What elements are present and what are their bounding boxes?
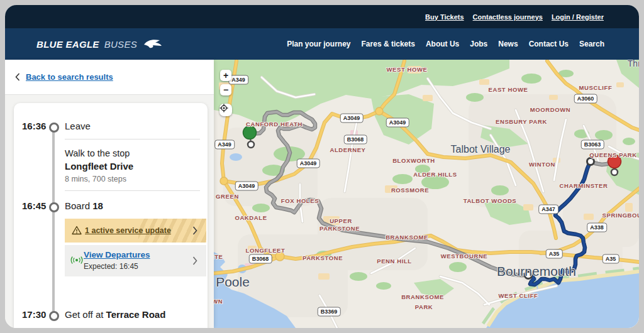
timeline-line: [52, 126, 55, 314]
board-route-number: 18: [92, 200, 103, 211]
road-badge: A3049: [297, 159, 320, 168]
road-badge: B3369: [318, 307, 341, 317]
map-area-label: PARKSTONE: [303, 254, 343, 261]
brand-logo[interactable]: BLUE EAGLE BUSES: [36, 38, 162, 50]
itinerary-panel: Back to search results 16:36 Leave Walk …: [5, 60, 214, 328]
map-area-label: TALBOT WOODS: [464, 197, 517, 204]
toplink-contactless-journeys[interactable]: Contactless journeys: [473, 13, 543, 21]
back-to-search-link[interactable]: Back to search results: [26, 72, 113, 82]
map-canvas[interactable]: WEST HOWECANFORD HEATHALDERNEYBLOXWORTHA…: [214, 60, 639, 328]
back-chevron-icon: [15, 73, 20, 81]
panel-header: Back to search results: [5, 60, 214, 95]
warning-icon: [72, 226, 82, 237]
main-nav-items: Plan your journeyFares & ticketsAbout Us…: [287, 40, 604, 48]
timeline-dot-getoff: [49, 311, 59, 321]
nav-item-jobs[interactable]: Jobs: [470, 40, 487, 48]
board-time: 16:45: [22, 200, 46, 211]
map-area-label: WINTON: [529, 161, 555, 168]
map-area-label: STERTE: [214, 253, 223, 260]
chevron-right-icon: [192, 256, 197, 268]
expected-time: Expected: 16:45: [84, 262, 138, 271]
map-area-label: BRANKSOME: [401, 293, 444, 300]
road-badge: A338: [587, 223, 607, 232]
leave-time: 16:36: [22, 121, 46, 131]
map-area-label: LONGFLEET: [246, 247, 286, 254]
timeline-dot-leave: [49, 123, 59, 133]
map-area-label: FOX HOLES: [281, 197, 319, 204]
getoff-stop-name: Terrace Road: [106, 309, 166, 320]
map-area-label: ENSBURY PARK: [496, 118, 547, 125]
map-area-label: PARK: [415, 303, 433, 310]
timeline-dot-board: [49, 202, 59, 212]
map-area-label: WEST HOWE: [386, 66, 427, 73]
getoff-prefix: Get off at: [65, 309, 106, 320]
zoom-in-button[interactable]: +: [220, 70, 231, 81]
locate-button[interactable]: [219, 104, 232, 116]
board-prefix: Board: [65, 200, 92, 211]
road-badge: B3068: [249, 254, 272, 264]
map-area-label: SPRINGBOURNE: [602, 212, 639, 219]
road-badge: A349: [214, 140, 235, 150]
road-badge: B3068: [344, 135, 367, 145]
service-update-link[interactable]: 1 active service update: [85, 226, 171, 235]
divider: [65, 190, 200, 191]
leave-label: Leave: [65, 121, 91, 131]
divider: [65, 139, 200, 139]
content: Back to search results 16:36 Leave Walk …: [5, 60, 639, 328]
view-departures-link[interactable]: View Departures: [84, 250, 150, 259]
nav-item-fares-tickets[interactable]: Fares & tickets: [362, 40, 415, 48]
walk-meta: 8 mins, 700 steps: [65, 175, 126, 183]
getoff-time: 17:30: [22, 309, 46, 320]
road-badge: B3063: [581, 140, 604, 150]
walk-stop-name: Longfleet Drive: [65, 161, 133, 172]
getoff-label: Get off at Terrace Road: [65, 309, 165, 320]
page: Buy TicketsContactless journeysLogin / R…: [5, 5, 639, 328]
toplink-buy-tickets[interactable]: Buy Tickets: [425, 13, 464, 21]
map-area-label: WESTBOURNE: [441, 253, 488, 259]
road-badge: A3049: [235, 182, 258, 191]
eagle-icon: [143, 38, 162, 50]
map-town-label: Bournemouth: [497, 264, 576, 279]
map-town-label: Throop: [628, 60, 639, 68]
nav-item-search[interactable]: Search: [579, 40, 604, 48]
board-label: Board 18: [65, 200, 103, 211]
road-badge: A3060: [574, 94, 597, 104]
road-badge: A3049: [340, 114, 364, 123]
map-area-label: PENN HILL: [377, 258, 412, 265]
nav-item-plan-your-journey[interactable]: Plan your journey: [287, 40, 350, 48]
map-area-label: UPPER: [330, 217, 352, 224]
map-area-label: OLD TOWN: [214, 298, 223, 305]
toplink-login-register[interactable]: Login / Register: [552, 13, 604, 21]
map-area-label: CHARMINSTER: [560, 182, 608, 189]
road-badge: A35: [602, 254, 619, 264]
map-area-label: ROSSMORE: [391, 187, 429, 194]
departures-box[interactable]: View Departures Expected: 16:45: [65, 245, 206, 276]
map-area-label: BLOXWORTH: [392, 157, 435, 164]
map-area-label: EAST HOWE: [489, 86, 528, 93]
map-town-label: Talbot Village: [451, 144, 511, 155]
map-area-label: CANFORD HEATH: [246, 121, 303, 128]
service-update-banner[interactable]: 1 active service update: [65, 219, 206, 243]
map-area-label: ALDERNEY: [330, 146, 365, 153]
map-area-label: ALDER HILLS: [413, 171, 457, 178]
map-labels: WEST HOWECANFORD HEATHALDERNEYBLOXWORTHA…: [214, 60, 639, 328]
map-town-label: Poole: [216, 275, 250, 290]
main-navbar: BLUE EAGLE BUSES Plan your journeyFares …: [5, 28, 639, 60]
brand-secondary: BUSES: [104, 39, 137, 50]
journey-card: 16:36 Leave Walk to the stop Longfleet D…: [14, 103, 208, 328]
live-departures-icon: [70, 255, 83, 268]
road-badge: A347: [538, 205, 558, 214]
zoom-out-button[interactable]: −: [220, 84, 231, 96]
road-badge: A3049: [386, 118, 409, 128]
utility-bar: Buy TicketsContactless journeysLogin / R…: [5, 5, 639, 28]
map-area-label: QUEENS PARK: [589, 151, 637, 158]
map-area-label: BRANKSOME: [386, 234, 428, 241]
map-area-label: MUSCLIFF: [579, 84, 613, 91]
nav-item-news[interactable]: News: [498, 40, 518, 48]
nav-item-contact-us[interactable]: Contact Us: [529, 40, 569, 48]
map-area-label: WEST CLIFF: [499, 292, 538, 299]
chevron-right-icon: [192, 226, 197, 237]
map-area-label: MOORDOWN: [530, 106, 570, 113]
nav-item-about-us[interactable]: About Us: [426, 40, 459, 48]
walk-instruction: Walk to the stop: [65, 148, 130, 158]
